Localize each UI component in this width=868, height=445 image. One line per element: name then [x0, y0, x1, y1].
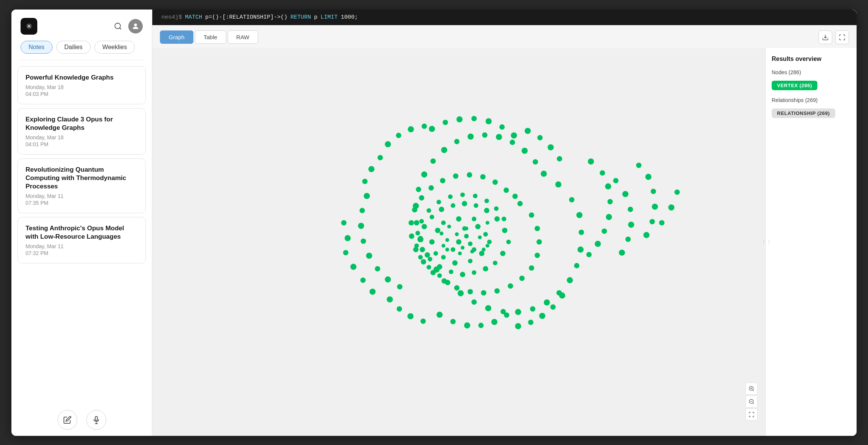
- note-card[interactable]: Revolutionizing Quantum Computing with T…: [18, 158, 146, 213]
- svg-point-186: [440, 231, 444, 235]
- zoom-controls: [745, 383, 758, 421]
- svg-point-170: [345, 235, 351, 241]
- svg-point-140: [450, 319, 456, 324]
- results-panel: ⋮⋮ Results overview Nodes (286) VERTEX (…: [765, 48, 857, 436]
- svg-point-142: [478, 322, 483, 328]
- note-time: 04:03 PM: [26, 91, 138, 97]
- svg-point-78: [555, 181, 562, 187]
- main-content: neo4j$ MATCH p=()-[:RELATIONSHIP]->() RE…: [152, 10, 857, 436]
- tab-notes[interactable]: Notes: [21, 41, 53, 54]
- relationship-badge[interactable]: RELATIONSHIP (269): [772, 108, 835, 118]
- zoom-out-button[interactable]: [745, 396, 758, 408]
- svg-point-112: [600, 170, 605, 175]
- sidebar-footer: [11, 404, 152, 436]
- svg-point-167: [550, 304, 555, 309]
- drag-handle[interactable]: ⋮⋮: [761, 239, 772, 245]
- note-title: Exploring Claude 3 Opus for Knowledge Gr…: [26, 115, 138, 132]
- note-date: Monday, Mar 18: [26, 134, 138, 140]
- svg-point-187: [445, 247, 449, 251]
- svg-point-9: [451, 247, 455, 252]
- note-date: Monday, Mar 11: [26, 243, 138, 249]
- svg-point-40: [428, 257, 432, 261]
- note-title: Powerful Knowledge Graphs: [26, 73, 138, 82]
- svg-point-156: [525, 128, 531, 134]
- nodes-label: Nodes (286): [772, 69, 850, 75]
- svg-point-84: [567, 277, 573, 283]
- vertex-badge[interactable]: VERTEX (286): [772, 81, 817, 90]
- svg-point-0: [115, 23, 121, 29]
- svg-point-8: [464, 234, 469, 238]
- svg-point-200: [460, 192, 465, 197]
- svg-point-105: [482, 132, 487, 137]
- svg-point-74: [480, 174, 485, 179]
- svg-point-44: [430, 215, 434, 219]
- tab-weeklies[interactable]: Weeklies: [94, 41, 135, 54]
- sidebar: ✳ Notes Dailies We: [11, 10, 152, 436]
- svg-point-177: [362, 179, 367, 184]
- svg-point-141: [464, 322, 470, 328]
- svg-point-58: [495, 288, 500, 293]
- download-button[interactable]: [819, 30, 832, 44]
- svg-point-22: [472, 217, 476, 221]
- tab-dailies[interactable]: Dailies: [56, 41, 91, 54]
- zoom-in-button[interactable]: [745, 383, 758, 395]
- graph-canvas[interactable]: [152, 48, 765, 436]
- svg-point-43: [421, 224, 427, 229]
- svg-point-28: [429, 239, 435, 244]
- svg-point-132: [359, 207, 365, 213]
- svg-point-198: [437, 199, 441, 204]
- svg-point-34: [493, 260, 498, 265]
- svg-point-202: [484, 198, 489, 203]
- note-card[interactable]: Testing Anthropic's Opus Model with Low-…: [18, 217, 146, 263]
- svg-point-18: [483, 232, 488, 236]
- notes-list: Powerful Knowledge Graphs Monday, Mar 18…: [11, 66, 152, 404]
- svg-point-20: [441, 220, 446, 225]
- svg-point-115: [606, 214, 612, 220]
- edit-button[interactable]: [57, 410, 77, 430]
- zoom-out-icon: [748, 399, 755, 405]
- svg-point-53: [536, 239, 542, 244]
- svg-point-93: [445, 280, 450, 285]
- svg-point-122: [628, 222, 634, 228]
- note-time: 07:35 PM: [26, 200, 138, 206]
- tab-graph[interactable]: Graph: [160, 30, 193, 44]
- svg-point-144: [504, 312, 509, 317]
- svg-point-137: [385, 276, 391, 282]
- note-date: Monday, Mar 18: [26, 84, 138, 90]
- svg-point-79: [569, 197, 574, 202]
- svg-point-57: [508, 283, 513, 289]
- note-card[interactable]: Exploring Claude 3 Opus for Knowledge Gr…: [18, 108, 146, 155]
- tab-raw[interactable]: RAW: [228, 30, 258, 44]
- search-button[interactable]: [114, 22, 122, 30]
- note-card[interactable]: Powerful Knowledge Graphs Monday, Mar 18…: [18, 66, 146, 104]
- svg-point-201: [473, 193, 477, 198]
- svg-point-15: [442, 244, 445, 247]
- svg-point-2: [134, 23, 137, 26]
- svg-point-204: [502, 217, 506, 221]
- svg-point-162: [407, 313, 413, 319]
- expand-icon: [839, 34, 846, 41]
- svg-point-88: [515, 309, 521, 315]
- svg-point-197: [426, 208, 431, 212]
- sidebar-header: ✳: [11, 10, 152, 41]
- tab-table[interactable]: Table: [195, 30, 226, 44]
- fit-button[interactable]: [745, 408, 758, 421]
- expand-button[interactable]: [835, 30, 849, 44]
- svg-point-183: [485, 244, 489, 247]
- svg-point-114: [607, 199, 613, 204]
- svg-line-206: [753, 390, 754, 391]
- svg-point-32: [506, 239, 511, 244]
- svg-point-134: [361, 238, 366, 244]
- microphone-button[interactable]: [86, 410, 106, 430]
- pencil-icon: [63, 416, 72, 424]
- content-area: ⋮⋮ Results overview Nodes (286) VERTEX (…: [152, 48, 857, 436]
- svg-point-116: [602, 228, 607, 234]
- svg-point-173: [360, 278, 365, 283]
- svg-point-165: [528, 319, 533, 325]
- svg-point-161: [397, 306, 402, 311]
- svg-point-148: [471, 116, 477, 121]
- avatar[interactable]: [128, 19, 143, 33]
- svg-point-91: [471, 299, 477, 305]
- query-return-var: p: [314, 14, 318, 21]
- svg-point-130: [643, 232, 649, 238]
